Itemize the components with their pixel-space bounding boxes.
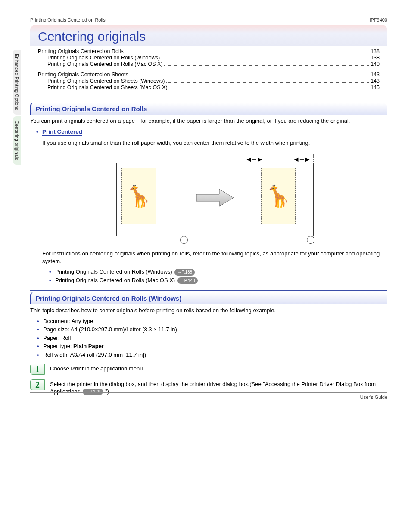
side-tab-centering[interactable]: Centering originals <box>13 116 21 165</box>
section-intro: This topic describes how to center origi… <box>30 307 387 314</box>
toc-page: 140 <box>371 61 380 67</box>
toc-label: Printing Originals Centered on Sheets (W… <box>47 78 165 84</box>
toc-row[interactable]: Printing Originals Centered on Sheets143 <box>38 72 380 78</box>
figure-after: ◄━►◄━► 🦒 <box>243 155 314 241</box>
toc-page: 138 <box>371 55 380 61</box>
table-of-contents: Printing Originals Centered on Rolls138 … <box>30 48 387 99</box>
step-number-icon: 2 <box>30 379 45 390</box>
step-number-icon: 1 <box>30 364 45 375</box>
list-item: Roll width: A3/A4 roll (297.0 mm [11.7 i… <box>43 351 387 359</box>
toc-label: Printing Originals Centered on Sheets <box>38 72 128 78</box>
figure-before: 🦒 <box>116 155 187 241</box>
chapter-header: Centering originals <box>30 25 387 46</box>
footer-text: User's Guide <box>30 392 387 400</box>
toc-page: 143 <box>371 72 380 78</box>
chapter-title: Centering originals <box>38 29 380 44</box>
toc-row[interactable]: Printing Originals Centered on Rolls138 <box>38 48 380 54</box>
section-title-rolls: Printing Originals Centered on Rolls <box>30 103 387 115</box>
list-item: Printing Originals Centered on Rolls (Ma… <box>55 276 387 285</box>
header-left: Printing Originals Centered on Rolls <box>30 17 106 22</box>
toc-row[interactable]: Printing Originals Centered on Sheets (W… <box>38 78 380 84</box>
link-text[interactable]: Printing Originals Centered on Rolls (Wi… <box>55 268 172 275</box>
list-item: Paper: Roll <box>43 334 387 342</box>
toc-label: Printing Originals Centered on Rolls (Ma… <box>47 61 162 67</box>
step-1: 1 Choose Print in the application menu. <box>30 364 387 375</box>
list-item: Paper type: Plain Paper <box>43 342 387 351</box>
giraffe-icon: 🦒 <box>265 184 291 208</box>
toc-label: Printing Originals Centered on Rolls (Wi… <box>47 55 160 61</box>
arrow-right-icon <box>196 187 234 209</box>
centering-illustration: 🦒 ◄━►◄━► 🦒 <box>42 155 387 241</box>
side-tab-enhanced[interactable]: Enhanced Printing Options <box>13 50 21 115</box>
toc-row[interactable]: Printing Originals Centered on Sheets (M… <box>38 84 380 90</box>
toc-page: 145 <box>371 84 380 90</box>
list-item: Page size: A4 (210.0×297.0 mm)/Letter (8… <box>43 325 387 334</box>
subsection-text: If you use originals smaller than the ro… <box>42 139 387 147</box>
toc-label: Printing Originals Centered on Rolls <box>38 48 124 54</box>
link-text[interactable]: Printing Originals Centered on Rolls (Ma… <box>55 277 175 283</box>
list-item: Printing Originals Centered on Rolls (Wi… <box>55 268 387 276</box>
giraffe-icon: 🦒 <box>126 184 152 208</box>
header-right: iPF9400 <box>370 17 387 22</box>
page-ref-badge[interactable]: →P.140 <box>177 277 198 284</box>
toc-page: 138 <box>371 48 380 54</box>
svg-marker-0 <box>196 189 234 206</box>
instruction-note: For instructions on centering originals … <box>42 250 387 265</box>
toc-page: 143 <box>371 78 380 84</box>
page-ref-badge[interactable]: →P.138 <box>174 269 195 276</box>
subsection-title: Print Centered <box>42 128 82 136</box>
section-intro: You can print originals centered on a pa… <box>30 117 387 125</box>
toc-label: Printing Originals Centered on Sheets (M… <box>47 84 168 90</box>
toc-row[interactable]: Printing Originals Centered on Rolls (Ma… <box>38 61 380 67</box>
section-title-rolls-windows: Printing Originals Centered on Rolls (Wi… <box>30 292 387 304</box>
list-item: Document: Any type <box>43 317 387 326</box>
toc-row[interactable]: Printing Originals Centered on Rolls (Wi… <box>38 55 380 61</box>
